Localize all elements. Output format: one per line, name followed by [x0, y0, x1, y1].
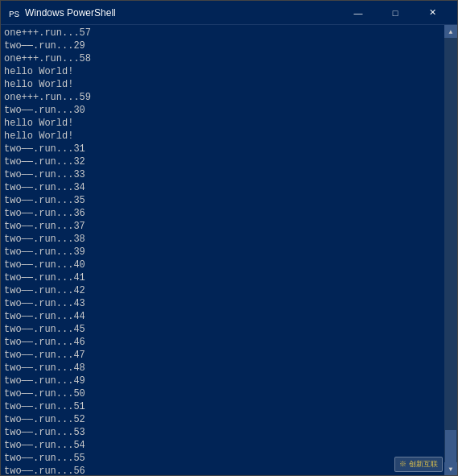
console-output[interactable]: one+++.run...57 two——.run...29 one+++.ru…	[1, 25, 444, 475]
scroll-down-arrow[interactable]: ▼	[444, 462, 457, 475]
window-controls: — □ ✕	[340, 1, 451, 25]
watermark: ※ 创新互联	[394, 457, 443, 472]
scroll-up-arrow[interactable]: ▲	[444, 25, 457, 38]
scrollbar-thumb[interactable]	[445, 430, 456, 462]
powershell-icon: PS	[7, 6, 20, 19]
window-title: Windows PowerShell	[25, 7, 340, 19]
minimize-button[interactable]: —	[340, 1, 377, 25]
scrollbar[interactable]: ▲ ▼	[444, 25, 457, 475]
title-bar: PS Windows PowerShell — □ ✕	[1, 1, 457, 25]
powershell-window: PS Windows PowerShell — □ ✕ one+++.run..…	[0, 0, 458, 476]
close-button[interactable]: ✕	[414, 1, 451, 25]
svg-text:PS: PS	[9, 10, 20, 19]
maximize-button[interactable]: □	[377, 1, 414, 25]
console-area: one+++.run...57 two——.run...29 one+++.ru…	[1, 25, 457, 475]
scrollbar-track[interactable]	[444, 38, 457, 462]
